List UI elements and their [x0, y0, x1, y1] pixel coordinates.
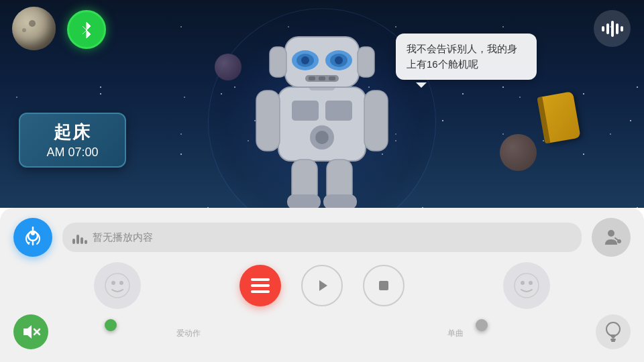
svg-rect-25	[364, 90, 388, 151]
planet-moon	[12, 7, 56, 50]
svg-point-43	[529, 281, 533, 285]
svg-rect-29	[323, 194, 357, 208]
stop-button[interactable]	[363, 265, 405, 306]
svg-point-40	[119, 281, 123, 285]
top-control-row: 暂无播放内容	[13, 218, 631, 257]
lamp-button[interactable]	[596, 314, 631, 349]
volume-slider-area: 爱动作 单曲	[58, 325, 586, 339]
svg-point-52	[606, 322, 620, 336]
svg-point-39	[111, 281, 115, 285]
bar-4	[85, 240, 87, 244]
bluetooth-button[interactable]	[67, 10, 106, 49]
playback-controls-row	[13, 265, 631, 306]
svg-marker-47	[319, 280, 327, 291]
svg-rect-0	[602, 26, 604, 32]
svg-rect-7	[325, 101, 352, 121]
bar-2	[76, 235, 79, 244]
svg-rect-5	[278, 87, 366, 161]
play-status: 暂无播放内容	[93, 231, 153, 244]
audio-bars	[72, 231, 87, 244]
svg-rect-2	[611, 21, 614, 37]
svg-rect-19	[309, 76, 315, 80]
svg-rect-44	[251, 278, 270, 281]
speech-text: 我不会告诉别人，我的身上有16个舱机呢	[407, 43, 517, 70]
svg-rect-4	[621, 26, 623, 32]
svg-rect-45	[251, 284, 270, 287]
volume-label: 爱动作	[176, 328, 201, 339]
sound-wave-button[interactable]	[594, 10, 631, 47]
svg-rect-20	[319, 76, 325, 80]
svg-rect-6	[292, 101, 319, 121]
svg-rect-28	[287, 194, 321, 208]
svg-rect-1	[606, 23, 609, 34]
svg-point-9	[315, 131, 329, 144]
svg-rect-22	[270, 47, 286, 77]
svg-rect-54	[611, 341, 615, 342]
ghost-button-right[interactable]	[503, 262, 550, 309]
play-info-bar: 暂无播放内容	[62, 223, 582, 252]
svg-marker-49	[23, 325, 32, 339]
person-button[interactable]	[592, 218, 631, 257]
svg-point-37	[617, 239, 621, 243]
alarm-time: AM 07:00	[32, 145, 113, 160]
strength-label: 单曲	[447, 328, 464, 339]
volume-button[interactable]	[13, 314, 48, 349]
svg-point-35	[608, 230, 614, 237]
svg-rect-3	[616, 23, 619, 34]
svg-point-38	[105, 274, 129, 298]
planet-small-1	[215, 54, 241, 80]
rotate-button[interactable]	[13, 218, 52, 257]
svg-rect-53	[610, 339, 616, 341]
ghost-button-left[interactable]	[94, 262, 141, 309]
svg-rect-46	[251, 290, 270, 293]
planet-small-2	[500, 134, 537, 171]
robot	[241, 0, 402, 208]
svg-point-41	[515, 274, 539, 298]
menu-button[interactable]	[239, 265, 281, 306]
alarm-box: 起床 AM 07:00	[19, 113, 126, 168]
svg-rect-23	[358, 47, 374, 77]
space-background: 起床 AM 07:00 我不会告诉别人，我的身上有16个舱机呢	[0, 0, 644, 208]
svg-rect-48	[379, 281, 388, 290]
svg-point-42	[521, 281, 525, 285]
svg-point-17	[335, 56, 343, 64]
book-icon	[539, 91, 580, 143]
speech-bubble: 我不会告诉别人，我的身上有16个舱机呢	[396, 34, 537, 80]
svg-rect-24	[256, 90, 280, 151]
alarm-title: 起床	[32, 121, 113, 144]
svg-rect-21	[329, 76, 335, 80]
control-panel: 暂无播放内容	[0, 208, 644, 362]
svg-point-16	[301, 56, 309, 64]
play-button[interactable]	[301, 265, 343, 306]
volume-row: 爱动作 单曲	[13, 314, 631, 349]
bar-3	[80, 237, 83, 244]
bar-1	[72, 239, 75, 244]
